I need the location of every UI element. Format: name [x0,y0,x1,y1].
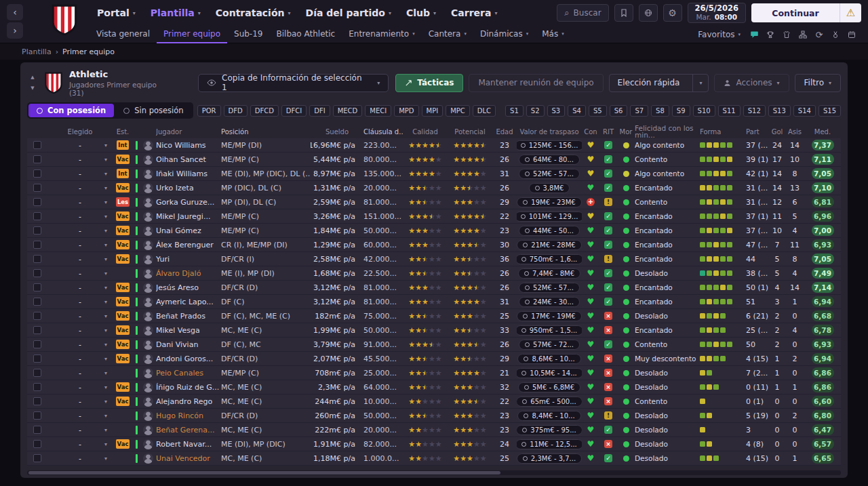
column-header-forma[interactable]: Forma [700,125,742,138]
filter-button[interactable]: Filtro ▾ [795,74,841,92]
transfer-value-pill[interactable]: 65m€ - 500... [517,397,582,407]
player-name[interactable]: Hugo Rincón [156,409,221,422]
transfer-value-pill[interactable]: 24M€ - 30... [519,297,580,307]
selection-dropdown[interactable]: -▾ [47,394,113,408]
position-chip-dlc[interactable]: DLC [473,105,496,117]
column-header-jugador[interactable]: Jugador [156,125,221,138]
row-checkbox[interactable] [33,241,41,249]
player-row[interactable]: -▾ Vac Unai Gómez ME/MP (C) 1,84M€ p/a 5… [27,224,841,238]
column-header-est[interactable]: Est. [113,125,133,138]
selection-dropdown[interactable]: -▾ [47,352,113,365]
menu-contratacion[interactable]: Contratación▾ [208,0,298,26]
player-name[interactable]: Beñat Prados [156,309,221,323]
player-row[interactable]: -▾ Álvaro Djaló ME (I), MP (DI) 1,68M€ p… [27,266,841,281]
horizontal-scrollbar[interactable] [27,470,841,475]
transfer-value-pill[interactable]: 7,4M€ - 8M€ [518,268,580,279]
date-display[interactable]: 26/5/2026 Mar.08:00 [688,3,746,23]
row-checkbox[interactable] [33,326,41,334]
quick-pick-button[interactable]: Elección rápida ▾ [609,74,709,92]
player-row[interactable]: -▾ Vac Oihan Sancet ME/MP (C) 5,44M€ p/a… [27,153,841,167]
player-name[interactable]: Nico Williams [156,138,221,152]
player-row[interactable]: -▾ Les Gorka Guruze... MP (DI), DL (C) 2… [27,195,841,209]
calendar-icon[interactable] [845,28,859,41]
row-checkbox[interactable] [33,269,41,277]
favorites-dropdown[interactable]: Favoritos▾ [698,30,741,39]
column-header-part[interactable]: Part [742,125,769,138]
position-chip-mpc[interactable]: MPC [446,105,470,117]
player-row[interactable]: -▾ Vac Yuri DF/CR (I) 2,58M€ p/a 42.000.… [27,252,841,266]
transfer-value-pill[interactable]: 2,3M€ - 3,7... [517,453,582,464]
player-row[interactable]: -▾ Vac Mikel Vesga MC, ME (C) 1,99M€ p/a… [27,323,841,338]
slot-chip-s5[interactable]: S5 [589,105,607,117]
transfer-value-pill[interactable]: 8,4M€ - 10... [517,411,580,421]
player-name[interactable]: Jesús Areso [156,281,221,294]
subnav-bilbao-athletic[interactable]: Bilbao Athletic [269,26,342,43]
bookmark-icon[interactable] [614,4,633,22]
position-chip-dfcd[interactable]: DFCD [250,105,279,117]
transfer-value-pill[interactable]: 52M€ - 57... [519,169,580,179]
player-row[interactable]: -▾ Vac Jesús Areso DF/CR (D) 3,12M€ p/a … [27,281,841,295]
view-dropdown[interactable]: Copia de Información de selección 1 ▾ [198,74,389,92]
slot-chip-s10[interactable]: S10 [693,105,715,117]
player-name[interactable]: Urko Izeta [156,181,221,195]
player-name[interactable]: Oihan Sancet [156,153,221,166]
slot-chip-s2[interactable]: S2 [526,105,545,117]
forward-button[interactable]: › [7,22,23,39]
continue-button[interactable]: Continuar ⚠ [751,3,861,22]
tactics-button[interactable]: Tácticas [395,74,463,92]
slot-chip-s7[interactable]: S7 [630,105,648,117]
quick-pick-caret[interactable]: ▾ [692,75,708,92]
player-row[interactable]: -▾ Int Iñaki Williams ME (DI), MP (DIC),… [27,167,841,181]
row-checkbox[interactable] [33,184,41,192]
player-row[interactable]: -▾ Hugo Rincón DF/CR (D) 260m€ p/a 50.00… [27,409,841,423]
player-name[interactable]: Peio Canales [156,366,221,380]
row-checkbox[interactable] [33,155,41,163]
subnav-cantera[interactable]: Cantera▾ [422,26,473,43]
selection-dropdown[interactable]: -▾ [47,209,113,223]
column-header-rit[interactable]: RIT [599,125,617,138]
column-header-calidad[interactable]: Calidad [403,125,448,138]
transfer-value-pill[interactable]: 750m€ - 1,6... [517,254,582,264]
transfer-value-pill[interactable]: 10,5M€ - 14... [517,368,582,378]
column-header-felicidad-con-los-min[interactable]: Felicidad con los min... [635,125,700,138]
slot-chip-s3[interactable]: S3 [547,105,566,117]
player-name[interactable]: Álvaro Djaló [156,266,221,280]
breadcrumb-root[interactable]: Plantilla [22,47,52,56]
transfer-value-pill[interactable]: 125M€ - 156... [517,140,582,150]
player-row[interactable]: -▾ Vac Andoni Goros... DF/CR (D) 2,07M€ … [27,352,841,366]
position-chip-dfd[interactable]: DFD [224,105,248,117]
row-checkbox[interactable] [33,440,41,448]
row-checkbox[interactable] [33,298,41,306]
transfer-value-pill[interactable]: 44M€ - 50... [519,226,580,236]
player-name[interactable]: Íñigo Ruiz de G... [156,380,221,394]
slot-chip-s6[interactable]: S6 [610,105,628,117]
player-row[interactable]: -▾ Vac Urko Izeta MP (DIC), DL (C) 1,31M… [27,181,841,195]
selection-dropdown[interactable]: -▾ [47,167,113,180]
player-row[interactable]: -▾ Unai Vencedor MC, ME (C) 1,18M€ p/a 1… [27,451,841,466]
slot-chip-s11[interactable]: S11 [718,105,741,117]
row-checkbox[interactable] [33,169,41,178]
slot-chip-s14[interactable]: S14 [793,105,816,117]
menu-carrera[interactable]: Carrera▾ [443,0,505,26]
player-name[interactable]: Unai Vencedor [156,451,221,465]
transfer-value-pill[interactable]: 950m€ - 1,5... [517,325,582,336]
selection-dropdown[interactable]: -▾ [47,380,113,394]
selection-dropdown[interactable]: -▾ [47,266,113,280]
row-checkbox[interactable] [33,454,41,462]
menu-plantilla[interactable]: Plantilla▾ [143,0,208,26]
column-header-asis[interactable]: Asis [785,125,804,138]
trophy-icon[interactable] [764,28,777,41]
player-row[interactable]: -▾ Int Nico Williams ME/MP (DI) 16,96M€ … [27,138,841,153]
position-chip-dfci[interactable]: DFCI [281,105,307,117]
transfer-value-pill[interactable]: 3,8M€ [529,183,570,193]
selection-dropdown[interactable]: -▾ [47,366,113,380]
player-name[interactable]: Andoni Goros... [156,352,221,365]
subnav-vista-general[interactable]: Vista general [90,26,157,43]
position-chip-mpd[interactable]: MPD [394,105,418,117]
settings-icon[interactable]: ⚙ [663,4,682,22]
selection-dropdown[interactable]: -▾ [47,437,113,451]
column-header-con[interactable]: Con [582,125,599,138]
player-name[interactable]: Dani Vivian [156,338,221,351]
position-chip-dfi[interactable]: DFI [309,105,330,117]
hierarchy-icon[interactable] [796,28,810,41]
